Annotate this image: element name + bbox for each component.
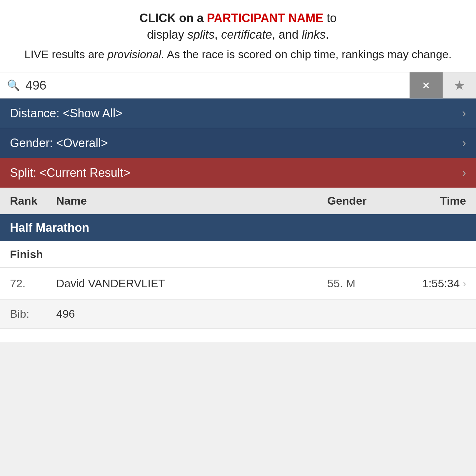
- sep2: , and: [272, 28, 302, 41]
- gender-filter-label: Gender: <Overall>: [10, 136, 108, 150]
- bib-label: Bib:: [10, 307, 56, 320]
- split-chevron-icon: ›: [462, 166, 466, 180]
- announcement-line1-suffix: to: [323, 11, 337, 25]
- line2-end: .: [326, 28, 329, 41]
- header-name: Name: [56, 194, 327, 207]
- table-row[interactable]: 72. David VANDERVLIET 55. M 1:55:34 ›: [0, 268, 476, 299]
- search-clear-button[interactable]: ×: [410, 72, 443, 98]
- search-icon: 🔍: [7, 79, 20, 92]
- search-bar: 🔍 × ★: [0, 72, 476, 99]
- bib-value: 496: [56, 307, 75, 320]
- result-gender: 55. M: [327, 277, 393, 290]
- search-star-button[interactable]: ★: [443, 72, 476, 98]
- bib-row: Bib: 496: [0, 299, 476, 329]
- gender-filter[interactable]: Gender: <Overall> ›: [0, 128, 476, 158]
- announcement-section: CLICK on a PARTICIPANT NAME to display s…: [0, 0, 476, 72]
- header-rank: Rank: [10, 194, 56, 207]
- section-half-marathon: Half Marathon: [0, 214, 476, 241]
- clear-icon: ×: [422, 78, 430, 93]
- subsection-finish: Finish: [0, 241, 476, 268]
- links-italic: links: [302, 28, 326, 41]
- star-icon: ★: [454, 78, 465, 93]
- partial-row: [0, 329, 476, 342]
- header-time: Time: [393, 194, 466, 207]
- search-input[interactable]: [25, 78, 403, 93]
- splits-italic: splits: [187, 28, 215, 41]
- result-rank: 72.: [10, 277, 56, 290]
- gender-chevron-icon: ›: [462, 136, 466, 150]
- split-filter[interactable]: Split: <Current Result> ›: [0, 158, 476, 188]
- result-time: 1:55:34 ›: [393, 277, 466, 290]
- display-prefix: display: [147, 28, 187, 41]
- provisional-italic: provisional: [107, 48, 161, 60]
- announcement-line1: CLICK on a PARTICIPANT NAME to: [13, 10, 463, 26]
- split-filter-label: Split: <Current Result>: [10, 166, 130, 180]
- distance-filter[interactable]: Distance: <Show All> ›: [0, 99, 476, 128]
- distance-filter-label: Distance: <Show All>: [10, 106, 122, 120]
- announcement-line2: display splits, certificate, and links.: [13, 26, 463, 43]
- result-time-value: 1:55:34: [422, 277, 459, 290]
- result-name: David VANDERVLIET: [56, 277, 327, 290]
- click-word: CLICK on a: [139, 11, 207, 25]
- sep1: ,: [215, 28, 221, 41]
- participant-name-highlight: PARTICIPANT NAME: [207, 11, 324, 25]
- announcement-line3: LIVE results are provisional. As the rac…: [13, 47, 463, 62]
- live-prefix: LIVE results are: [24, 48, 107, 60]
- live-suffix: . As the race is scored on chip time, ra…: [161, 48, 452, 60]
- result-chevron-icon: ›: [463, 278, 466, 289]
- table-header: Rank Name Gender Time: [0, 188, 476, 214]
- certificate-italic: certificate: [221, 28, 272, 41]
- search-input-wrapper: 🔍: [0, 72, 410, 98]
- header-gender: Gender: [327, 194, 393, 207]
- distance-chevron-icon: ›: [462, 106, 466, 120]
- page-container: CLICK on a PARTICIPANT NAME to display s…: [0, 0, 476, 342]
